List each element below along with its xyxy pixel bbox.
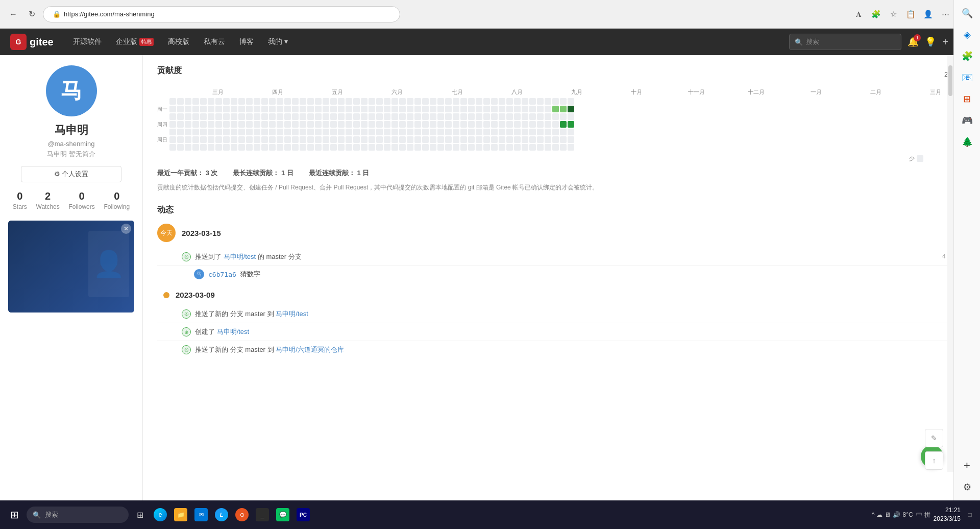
calendar-cell[interactable]: [300, 98, 306, 105]
calendar-cell[interactable]: [545, 113, 551, 120]
nav-university[interactable]: 高校版: [161, 29, 197, 55]
calendar-cell[interactable]: [361, 136, 368, 143]
calendar-cell[interactable]: [407, 106, 413, 112]
edge-add-icon[interactable]: +: [958, 456, 976, 475]
calendar-cell[interactable]: [384, 121, 390, 128]
calendar-cell[interactable]: [460, 136, 467, 143]
calendar-cell[interactable]: [208, 106, 214, 112]
calendar-cell[interactable]: [192, 98, 199, 105]
calendar-cell[interactable]: [529, 106, 536, 112]
calendar-cell[interactable]: [169, 106, 176, 112]
calendar-cell[interactable]: [338, 136, 345, 143]
calendar-cell[interactable]: [192, 136, 199, 143]
scroll-top-button[interactable]: ↑: [925, 451, 943, 470]
calendar-cell[interactable]: [231, 144, 237, 151]
calendar-cell[interactable]: [568, 98, 574, 105]
calendar-cell[interactable]: [185, 136, 191, 143]
calendar-cell[interactable]: [376, 106, 383, 112]
calendar-cell[interactable]: [537, 98, 544, 105]
calendar-cell[interactable]: [330, 129, 337, 135]
calendar-cell[interactable]: [514, 144, 521, 151]
edge-tools-icon[interactable]: 🌲: [958, 133, 976, 151]
calendar-cell[interactable]: [238, 121, 245, 128]
calendar-cell[interactable]: [468, 113, 475, 120]
calendar-cell[interactable]: [200, 129, 207, 135]
calendar-cell[interactable]: [292, 136, 299, 143]
calendar-cell[interactable]: [369, 129, 375, 135]
calendar-cell[interactable]: [238, 113, 245, 120]
calendar-cell[interactable]: [430, 106, 436, 112]
calendar-cell[interactable]: [277, 113, 283, 120]
calendar-cell[interactable]: [208, 121, 214, 128]
calendar-cell[interactable]: [208, 144, 214, 151]
edge-games-icon[interactable]: 🎮: [958, 111, 976, 130]
calendar-cell[interactable]: [476, 129, 482, 135]
calendar-cell[interactable]: [208, 113, 214, 120]
calendar-cell[interactable]: [292, 106, 299, 112]
calendar-cell[interactable]: [315, 136, 322, 143]
system-tray[interactable]: ^ ☁ 🖥 🔊 8°C: [872, 511, 913, 518]
calendar-cell[interactable]: [353, 106, 360, 112]
calendar-cell[interactable]: [384, 129, 390, 135]
calendar-cell[interactable]: [192, 129, 199, 135]
calendar-cell[interactable]: [246, 98, 253, 105]
calendar-cell[interactable]: [537, 113, 544, 120]
calendar-cell[interactable]: [514, 98, 521, 105]
calendar-cell[interactable]: [522, 136, 528, 143]
calendar-cell[interactable]: [445, 121, 452, 128]
calendar-cell[interactable]: [568, 144, 574, 151]
calendar-cell[interactable]: [215, 136, 222, 143]
calendar-cell[interactable]: [529, 136, 536, 143]
calendar-cell[interactable]: [560, 106, 567, 112]
calendar-cell[interactable]: [453, 129, 459, 135]
calendar-cell[interactable]: [208, 98, 214, 105]
calendar-cell[interactable]: [399, 121, 406, 128]
calendar-cell[interactable]: [414, 106, 421, 112]
calendar-cell[interactable]: [537, 129, 544, 135]
calendar-cell[interactable]: [231, 121, 237, 128]
calendar-cell[interactable]: [300, 121, 306, 128]
calendar-cell[interactable]: [177, 144, 184, 151]
calendar-cell[interactable]: [468, 129, 475, 135]
calendar-cell[interactable]: [430, 113, 436, 120]
nav-blog[interactable]: 博客: [232, 29, 261, 55]
calendar-cell[interactable]: [353, 98, 360, 105]
calendar-cell[interactable]: [468, 136, 475, 143]
calendar-cell[interactable]: [414, 144, 421, 151]
calendar-cell[interactable]: [353, 121, 360, 128]
calendar-cell[interactable]: [430, 129, 436, 135]
calendar-cell[interactable]: [560, 121, 567, 128]
calendar-cell[interactable]: [422, 144, 429, 151]
calendar-cell[interactable]: [261, 113, 268, 120]
calendar-cell[interactable]: [491, 106, 498, 112]
calendar-cell[interactable]: [560, 136, 567, 143]
calendar-cell[interactable]: [468, 121, 475, 128]
calendar-cell[interactable]: [445, 98, 452, 105]
commit-hash-1[interactable]: c6b71a6: [208, 271, 236, 278]
calendar-cell[interactable]: [238, 106, 245, 112]
edge-settings-sidebar-icon[interactable]: ⚙: [958, 478, 976, 496]
calendar-cell[interactable]: [391, 136, 398, 143]
calendar-cell[interactable]: [430, 136, 436, 143]
calendar-cell[interactable]: [323, 121, 329, 128]
calendar-cell[interactable]: [437, 144, 444, 151]
calendar-cell[interactable]: [185, 121, 191, 128]
calendar-cell[interactable]: [261, 121, 268, 128]
calendar-cell[interactable]: [254, 136, 260, 143]
calendar-cell[interactable]: [369, 106, 375, 112]
calendar-cell[interactable]: [391, 106, 398, 112]
calendar-cell[interactable]: [414, 129, 421, 135]
calendar-cell[interactable]: [200, 106, 207, 112]
calendar-cell[interactable]: [353, 129, 360, 135]
calendar-cell[interactable]: [353, 144, 360, 151]
calendar-cell[interactable]: [215, 144, 222, 151]
calendar-cell[interactable]: [514, 106, 521, 112]
calendar-cell[interactable]: [353, 113, 360, 120]
calendar-cell[interactable]: [545, 129, 551, 135]
calendar-cell[interactable]: [323, 136, 329, 143]
calendar-cell[interactable]: [315, 144, 322, 151]
edit-floating-button[interactable]: ✎: [925, 429, 943, 447]
edge-outlook-icon[interactable]: 📧: [958, 68, 976, 87]
calendar-cell[interactable]: [422, 106, 429, 112]
calendar-cell[interactable]: [460, 129, 467, 135]
